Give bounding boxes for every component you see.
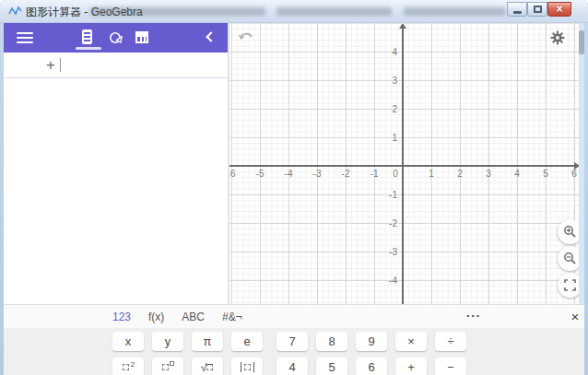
active-tab-underline xyxy=(76,47,101,50)
undo-icon[interactable] xyxy=(237,29,257,46)
key-÷[interactable]: ÷ xyxy=(435,332,466,351)
x-tick-label: 1 xyxy=(429,169,434,179)
geogebra-logo-icon xyxy=(8,6,22,17)
y-tick-label: -3 xyxy=(370,247,397,257)
scrollbar-thumb[interactable] xyxy=(579,30,584,54)
minimize-icon xyxy=(513,11,522,14)
y-tick-label: 4 xyxy=(370,47,397,57)
keyboard-close-button[interactable]: × xyxy=(562,305,588,329)
x-tick-label: 3 xyxy=(486,169,491,179)
y-tick-label: -4 xyxy=(370,275,397,286)
text-cursor xyxy=(60,58,61,72)
x-tick-label: -2 xyxy=(342,169,350,179)
key-5[interactable]: 5 xyxy=(316,357,347,375)
keyboard-tabs: 123f(x)ABC#&¬ xyxy=(112,305,242,329)
algebra-icon xyxy=(82,29,92,44)
settings-gear-icon[interactable] xyxy=(549,29,566,46)
tab-tools[interactable] xyxy=(108,29,124,46)
key-e[interactable]: e xyxy=(231,332,263,351)
key-x[interactable]: x xyxy=(112,332,144,351)
close-window-button[interactable]: × xyxy=(547,2,571,17)
key-9[interactable]: 9 xyxy=(356,332,387,351)
key-×[interactable]: × xyxy=(395,332,427,351)
graphics-scrollbar[interactable] xyxy=(579,23,584,304)
keyboard-keys-panel: xyπe789×÷ 2√456+− xyxy=(4,328,584,375)
x-tick-label: 2 xyxy=(457,169,463,179)
x-tick-label: 6 xyxy=(571,169,577,179)
x-tick-label: 4 xyxy=(514,169,520,179)
y-axis-arrow xyxy=(399,23,406,29)
table-icon xyxy=(135,31,148,43)
x-tick-label: -1 xyxy=(370,169,379,179)
y-tick-label: -1 xyxy=(370,190,397,200)
key-row-1: 2√456+− xyxy=(112,357,466,375)
y-tick-label: -2 xyxy=(370,218,397,229)
close-icon: × xyxy=(556,4,562,15)
key-8[interactable]: 8 xyxy=(316,332,347,351)
fullscreen-icon xyxy=(564,279,576,291)
key-row-0: xyπe789×÷ xyxy=(112,332,466,351)
fullscreen-button[interactable] xyxy=(558,273,579,298)
key-square[interactable]: 2 xyxy=(112,357,144,375)
keyboard-tab-#&¬[interactable]: #&¬ xyxy=(222,311,242,323)
keyboard-tab-123[interactable]: 123 xyxy=(112,311,131,323)
tab-algebra[interactable] xyxy=(79,29,96,46)
x-tick-label: 0 xyxy=(393,169,398,179)
algebra-panel: + xyxy=(4,23,228,304)
x-tick-label: -4 xyxy=(285,169,293,179)
x-axis xyxy=(229,165,575,167)
zoom-in-button[interactable] xyxy=(558,219,579,244)
menu-button[interactable] xyxy=(17,32,33,43)
screenshot: 图形计算器 - GeoGebra × xyxy=(0,0,588,375)
collapse-panel-button[interactable] xyxy=(206,31,216,41)
keyboard-tab-ABC[interactable]: ABC xyxy=(182,311,205,323)
blurred-background-text xyxy=(90,7,265,16)
panel-header xyxy=(4,23,228,53)
key-6[interactable]: 6 xyxy=(356,357,387,375)
keyboard-tab-f(x)[interactable]: f(x) xyxy=(148,311,164,323)
tab-table[interactable] xyxy=(134,29,150,46)
minimize-button[interactable] xyxy=(507,2,527,17)
key-power[interactable] xyxy=(152,357,183,375)
zoom-out-button[interactable] xyxy=(558,246,579,271)
tools-icon xyxy=(108,29,124,46)
x-tick-label: -3 xyxy=(313,169,322,179)
blurred-background-text xyxy=(276,7,392,16)
blurred-background-text xyxy=(404,7,505,16)
key-+[interactable]: + xyxy=(395,357,427,375)
key-4[interactable]: 4 xyxy=(276,357,308,375)
app-window: 图形计算器 - GeoGebra × xyxy=(0,0,588,375)
key-sqrt[interactable]: √ xyxy=(192,357,223,375)
key-y[interactable]: y xyxy=(152,332,183,351)
maximize-icon xyxy=(534,6,542,13)
key-−[interactable]: − xyxy=(435,357,466,375)
key-abs[interactable] xyxy=(231,357,263,375)
key-7[interactable]: 7 xyxy=(276,332,308,351)
keyboard-tab-bar: 123f(x)ABC#&¬ ··· × xyxy=(4,304,584,328)
key-π[interactable]: π xyxy=(192,332,223,351)
x-tick-label: 5 xyxy=(543,169,548,179)
x-tick-label: -5 xyxy=(256,169,265,179)
y-tick-label: 3 xyxy=(370,76,397,86)
y-tick-label: 2 xyxy=(370,104,397,114)
maximize-button[interactable] xyxy=(527,2,547,17)
zoom-in-icon xyxy=(563,225,577,239)
graphics-view[interactable]: -6-5-4-3-2-10123456 4321-1-2-3-4 xyxy=(229,23,579,304)
zoom-out-icon xyxy=(563,252,577,265)
keyboard-more-button[interactable]: ··· xyxy=(461,305,487,329)
virtual-keyboard: 123f(x)ABC#&¬ ··· × xyπe789×÷ 2√456+− xyxy=(4,304,584,375)
x-tick-label: -6 xyxy=(229,169,235,179)
title-bar: 图形计算器 - GeoGebra × xyxy=(0,0,588,23)
algebra-input-row[interactable]: + xyxy=(4,53,228,78)
y-tick-label: 1 xyxy=(370,133,397,143)
